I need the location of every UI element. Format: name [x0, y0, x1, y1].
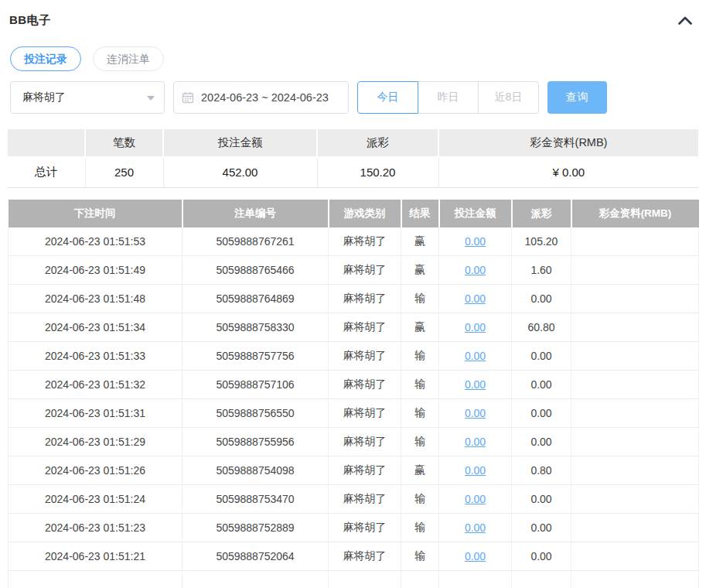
- game-type-cell: [329, 571, 401, 588]
- result-cell: 输: [401, 342, 439, 371]
- range-last8days-button[interactable]: 近8日: [478, 81, 539, 114]
- collapse-button[interactable]: [677, 12, 694, 29]
- filter-bar: 麻将胡了 2024-06-23 ~ 2024-06-23 今日 昨日 近8日 查…: [10, 81, 706, 114]
- bet-id-cell: 5059888764869: [182, 285, 329, 313]
- table-row: 2024-06-23 01:51:32 5059888757106 麻将胡了 输…: [9, 371, 699, 399]
- chevron-up-icon: [678, 16, 692, 25]
- bet-amount-cell: 0.00: [439, 514, 512, 542]
- bonus-cell: [571, 285, 699, 313]
- records-header-bet-time: 下注时间: [9, 200, 182, 227]
- bet-amount-link[interactable]: 0.00: [465, 436, 486, 448]
- bet-amount-link[interactable]: 0.00: [465, 321, 486, 333]
- chevron-down-icon: [147, 96, 155, 104]
- game-type-cell: 麻将胡了: [329, 456, 401, 485]
- bet-amount-link[interactable]: 0.00: [465, 235, 486, 248]
- date-range-picker[interactable]: 2024-06-23 ~ 2024-06-23: [173, 81, 349, 114]
- tab-bet-records[interactable]: 投注记录: [10, 46, 81, 71]
- bonus-cell: [571, 428, 699, 456]
- result-cell: 输: [401, 485, 439, 514]
- bet-time-cell: 2024-06-23 01:51:31: [9, 399, 182, 428]
- bet-id-cell: 5059888767261: [182, 227, 329, 256]
- bet-amount-link[interactable]: 0.00: [465, 464, 486, 477]
- payout-cell: 105.20: [512, 227, 571, 256]
- range-yesterday-button[interactable]: 昨日: [418, 81, 479, 114]
- bonus-cell: [571, 514, 699, 542]
- bet-time-cell: 2024-06-23 01:51:32: [9, 371, 182, 399]
- result-cell: 输: [401, 428, 439, 456]
- bet-amount-link[interactable]: 0.00: [465, 493, 486, 505]
- result-cell: 输: [401, 285, 439, 313]
- bet-amount-cell: 0.00: [439, 256, 512, 285]
- table-row: 2024-06-23 01:51:21 5059888752064 麻将胡了 输…: [9, 542, 699, 571]
- payout-cell: 1.60: [512, 256, 571, 285]
- table-row: 2024-06-23 01:51:26 5059888754098 麻将胡了 赢…: [9, 456, 699, 485]
- bet-time-cell: 2024-06-23 01:51:48: [9, 285, 182, 313]
- table-row: 2024-06-23 01:51:53 5059888767261 麻将胡了 赢…: [9, 227, 699, 256]
- bet-id-cell: 5059888753470: [182, 485, 329, 514]
- game-type-cell: 麻将胡了: [329, 256, 401, 285]
- summary-header-bet-amount: 投注金额: [163, 129, 317, 157]
- bet-amount-link[interactable]: 0.00: [465, 292, 486, 305]
- bet-time-cell: 2024-06-23 01:51:24: [9, 485, 182, 514]
- summary-total-bet-amount: 452.00: [163, 157, 317, 187]
- table-row: 2024-06-23 01:51:24 5059888753470 麻将胡了 输…: [9, 485, 699, 514]
- range-today-button[interactable]: 今日: [357, 81, 418, 114]
- bet-amount-cell: [439, 571, 512, 588]
- page-title: BB电子: [9, 13, 51, 28]
- bonus-cell: [571, 485, 699, 514]
- bet-time-cell: 2024-06-23 01:51:53: [9, 227, 182, 256]
- bonus-cell: [571, 256, 699, 285]
- game-type-cell: 麻将胡了: [329, 514, 401, 542]
- tab-cancelled-orders[interactable]: 连消注单: [93, 46, 164, 71]
- bet-amount-cell: 0.00: [439, 428, 512, 456]
- records-header-bet-id: 注单编号: [182, 200, 329, 227]
- payout-cell: 0.80: [512, 456, 571, 485]
- summary-header-row: 笔数 投注金额 派彩 彩金资料(RMB): [8, 129, 698, 157]
- game-select[interactable]: 麻将胡了: [10, 81, 165, 114]
- result-cell: 输: [401, 399, 439, 428]
- game-type-cell: 麻将胡了: [329, 485, 401, 514]
- bet-amount-link[interactable]: 0.00: [465, 378, 486, 391]
- bet-amount-link[interactable]: 0.00: [465, 264, 486, 276]
- result-cell: 输: [401, 371, 439, 399]
- bet-amount-link[interactable]: 0.00: [465, 350, 486, 362]
- table-row: 2024-06-23 01:51:49 5059888765466 麻将胡了 赢…: [9, 256, 699, 285]
- payout-cell: [512, 571, 571, 588]
- bet-id-cell: 5059888752064: [182, 542, 329, 571]
- result-cell: 输: [401, 514, 439, 542]
- bet-amount-link[interactable]: 0.00: [465, 407, 486, 419]
- payout-cell: 0.00: [512, 542, 571, 571]
- result-cell: 赢: [401, 313, 439, 342]
- bet-id-cell: 5059888755956: [182, 428, 329, 456]
- result-cell: 输: [401, 542, 439, 571]
- game-type-cell: 麻将胡了: [329, 313, 401, 342]
- payout-cell: 0.00: [512, 514, 571, 542]
- bet-time-cell: 2024-06-23 01:51:49: [9, 256, 182, 285]
- bet-amount-cell: 0.00: [439, 342, 512, 371]
- bet-id-cell: 5059888754098: [182, 456, 329, 485]
- records-header-row: 下注时间 注单编号 游戏类别 结果 投注金额 派彩 彩金资料(RMB): [9, 200, 699, 227]
- bet-amount-link[interactable]: 0.00: [465, 521, 486, 534]
- bet-amount-link[interactable]: 0.00: [465, 550, 486, 562]
- bet-amount-cell: 0.00: [439, 485, 512, 514]
- payout-cell: 0.00: [512, 371, 571, 399]
- summary-total-label: 总计: [8, 157, 85, 187]
- bonus-cell: [571, 542, 699, 571]
- bet-id-cell: 5059888752889: [182, 514, 329, 542]
- bet-id-cell: [182, 571, 329, 588]
- table-row: 2024-06-23 01:51:34 5059888758330 麻将胡了 赢…: [9, 313, 699, 342]
- bonus-cell: [571, 456, 699, 485]
- calendar-icon: [182, 91, 194, 104]
- records-header-payout: 派彩: [512, 200, 571, 227]
- summary-header-bonus: 彩金资料(RMB): [438, 129, 698, 157]
- summary-total-payout: 150.20: [317, 157, 438, 187]
- records-header-game-type: 游戏类别: [329, 200, 401, 227]
- game-type-cell: 麻将胡了: [329, 371, 401, 399]
- result-cell: 赢: [401, 227, 439, 256]
- bonus-cell: [571, 399, 699, 428]
- betting-records-page: { "page": { "title": "BB电子" }, "tabs": […: [0, 0, 706, 588]
- table-row: [9, 571, 699, 588]
- result-cell: [401, 571, 439, 588]
- search-button[interactable]: 查询: [547, 81, 607, 114]
- bet-id-cell: 5059888758330: [182, 313, 329, 342]
